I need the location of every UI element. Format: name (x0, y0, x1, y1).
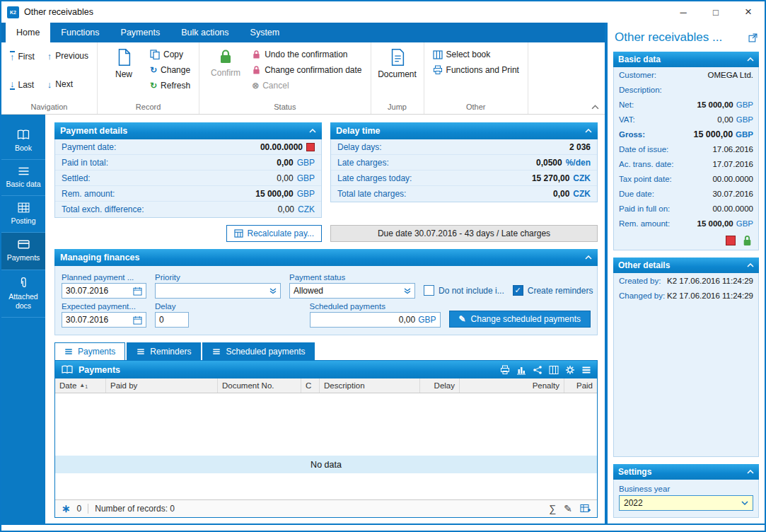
grid-body[interactable]: No data (55, 393, 597, 499)
book-columns-icon (433, 50, 443, 59)
ribbon-group-record: New Copy ↻ Change (98, 42, 199, 114)
expected-payment-date-input[interactable]: 30.07.2016 (62, 312, 146, 328)
column-header-paid[interactable]: Paid (564, 378, 597, 393)
chart-icon[interactable] (516, 365, 526, 375)
app-window: K2 Other receivables ─ □ × Home Function… (0, 0, 766, 532)
change-confirmation-date-button[interactable]: Change confirmation date (249, 64, 364, 76)
minimize-button[interactable]: ─ (667, 1, 700, 23)
maximize-button[interactable]: □ (700, 1, 732, 23)
sidebar-item-attached-docs[interactable]: Attached docs (1, 270, 45, 318)
payment-details-panel: Payment details Payment date: 00.00.0000 (54, 122, 322, 218)
confirm-button[interactable]: Confirm (205, 46, 246, 78)
gross-row: Gross: 15 000,00GBP (614, 127, 758, 141)
chevron-double-down-icon (269, 287, 277, 294)
priority-dropdown[interactable] (155, 283, 281, 299)
column-header-description[interactable]: Description (320, 378, 420, 393)
column-header-date[interactable]: Date ▲1 (55, 378, 106, 393)
column-header-paid-by[interactable]: Paid by (106, 378, 218, 393)
close-button[interactable]: × (732, 1, 765, 23)
calendar-icon[interactable] (133, 316, 142, 325)
grid-icon (18, 202, 30, 213)
select-book-button[interactable]: Select book (430, 49, 522, 60)
tab-payments[interactable]: Payments (54, 342, 125, 360)
change-button[interactable]: ↻ Change (147, 64, 193, 76)
column-header-document-no[interactable]: Document No. (218, 378, 301, 393)
chevron-up-icon[interactable] (585, 255, 592, 260)
window-controls: ─ □ × (667, 1, 765, 23)
column-header-penalty[interactable]: Penalty (460, 378, 564, 393)
do-not-include-checkbox[interactable]: Do not include i... (424, 285, 504, 296)
delay-input[interactable]: 0 (155, 312, 189, 328)
copy-button[interactable]: Copy (147, 49, 193, 60)
menu-icon[interactable] (581, 365, 591, 375)
settings-panel: Settings Business year 2022 (613, 464, 759, 518)
grid-footer: ∗ 0 Number of records: 0 ∑ ✎ (55, 499, 597, 517)
menu-tab-payments[interactable]: Payments (110, 23, 171, 42)
chevron-up-icon[interactable] (747, 263, 754, 267)
print-icon[interactable] (500, 365, 510, 375)
document-label: Document (378, 69, 417, 79)
payment-status-dropdown[interactable]: Allowed (289, 283, 415, 299)
sidebar-item-book[interactable]: Book (1, 123, 45, 160)
share-nodes-icon[interactable] (533, 365, 542, 375)
sidebar-item-posting[interactable]: Posting (1, 196, 45, 233)
chevron-up-icon[interactable] (585, 129, 592, 133)
functions-and-print-button[interactable]: Functions and Print (430, 64, 522, 76)
menu-tab-bulk-actions[interactable]: Bulk actions (170, 23, 239, 42)
sidebar-item-basic-data[interactable]: Basic data (1, 160, 45, 196)
group-label-record: Record (103, 101, 193, 114)
menu-tab-system[interactable]: System (240, 23, 291, 42)
column-header-delay[interactable]: Delay (420, 378, 460, 393)
tab-scheduled-payments[interactable]: Scheduled payments (202, 342, 315, 360)
last-button[interactable]: ↓ Last (7, 79, 37, 91)
chevron-up-icon[interactable] (747, 470, 754, 474)
document-jump-button[interactable]: Document (377, 46, 418, 79)
description-row: Description: (614, 82, 758, 97)
planned-payment-date-input[interactable]: 30.07.2016 (62, 283, 146, 299)
menu-tab-home[interactable]: Home (6, 23, 50, 42)
create-reminders-checkbox[interactable]: Create reminders (513, 285, 593, 296)
chevron-up-icon[interactable] (747, 57, 754, 62)
external-link-icon[interactable] (748, 33, 758, 42)
settled-row: Settled: 0,00GBP (55, 170, 321, 186)
panel-title: Basic data (618, 54, 661, 64)
business-year-dropdown[interactable]: 2022 (619, 495, 753, 511)
columns-icon[interactable] (549, 365, 559, 375)
app-body: Home Functions Payments Bulk actions Sys… (1, 23, 765, 524)
late-charges-today-row: Late charges today: 15 270,00CZK (331, 170, 597, 186)
table-add-icon[interactable] (580, 504, 591, 514)
calendar-icon[interactable] (133, 287, 142, 296)
payment-card-icon (18, 239, 30, 250)
create-reminders-label: Create reminders (528, 286, 593, 296)
titlebar: K2 Other receivables ─ □ × (1, 1, 765, 23)
due-date-banner: Due date 30.07.2016 - 43 days / Late cha… (330, 225, 598, 242)
right-panel-title-row: Other receivables ... (613, 24, 759, 52)
menu-tab-functions[interactable]: Functions (50, 23, 110, 42)
sidebar-item-payments[interactable]: Payments (1, 233, 45, 270)
tab-reminders[interactable]: Reminders (127, 342, 201, 360)
cancel-button[interactable]: ⊗ Cancel (249, 80, 364, 91)
change-scheduled-payments-button[interactable]: ✎ Change scheduled payments (449, 311, 591, 328)
column-header-c[interactable]: C (301, 378, 320, 393)
changed-by-row: Changed by: K2 17.06.2016 11:24:29 (614, 288, 758, 303)
refresh-button[interactable]: ↻ Refresh (147, 80, 193, 91)
next-button[interactable]: ↓ Next (45, 79, 91, 90)
collapse-ribbon-button[interactable] (591, 105, 599, 110)
gear-icon[interactable] (565, 365, 575, 375)
new-button[interactable]: New (103, 46, 144, 79)
first-button[interactable]: ↑ First (7, 50, 37, 62)
detail-tabstrip: Payments Reminders Schedul (54, 342, 598, 360)
basic-data-panel: Basic data Customer: OMEGA Ltd. Descript… (613, 52, 759, 250)
edit-pencil-icon[interactable]: ✎ (564, 503, 572, 514)
sum-icon[interactable]: ∑ (549, 503, 556, 514)
previous-button[interactable]: ↑ Previous (45, 50, 91, 62)
change-label: Change (161, 65, 190, 75)
undo-confirmation-button[interactable]: Undo the confirmation (249, 49, 364, 60)
grid-header-bar: Payments (55, 361, 597, 378)
snowflake-filter-icon[interactable]: ∗ (62, 502, 71, 515)
scheduled-payments-input[interactable]: 0,00 GBP (310, 312, 441, 328)
chevron-up-icon[interactable] (309, 129, 316, 133)
recalculate-payments-button[interactable]: Recalculate pay... (226, 225, 323, 242)
pencil-icon: ✎ (459, 314, 466, 324)
vat-row: VAT: 0,00GBP (614, 112, 758, 127)
